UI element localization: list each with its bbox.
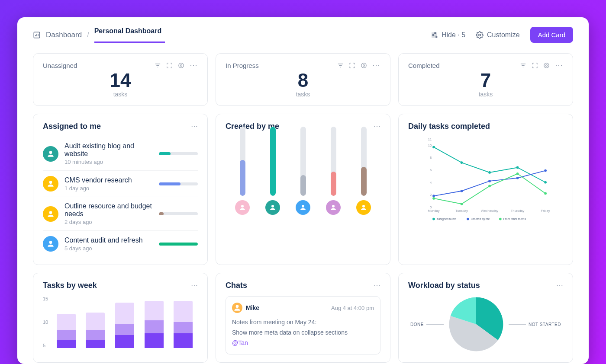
svg-point-42: [432, 197, 435, 200]
stat-value: 8: [226, 71, 380, 90]
progress-bar: [159, 243, 198, 246]
svg-text:11: 11: [428, 137, 432, 141]
hide-button[interactable]: Hide · 5: [430, 31, 465, 39]
task-title: Content audit and refresh: [64, 236, 153, 244]
svg-point-37: [432, 195, 435, 197]
task-row[interactable]: CMS vendor research 1 day ago: [43, 171, 198, 197]
svg-point-10: [544, 63, 549, 67]
gear-icon[interactable]: [178, 62, 184, 69]
svg-text:Wednesday: Wednesday: [481, 209, 498, 213]
stacked-bar: [86, 313, 105, 348]
expand-icon[interactable]: [532, 62, 538, 69]
svg-point-18: [332, 205, 335, 208]
header: Dashboard / Personal Dashboard Hide · 5 …: [17, 17, 589, 43]
avatar[interactable]: [356, 200, 371, 215]
chat-message[interactable]: Mike Aug 4 at 4:00 pm Notes from meeting…: [226, 296, 380, 354]
chat-mention[interactable]: @Tan: [232, 338, 374, 348]
bars-chart: [226, 137, 380, 215]
avatar[interactable]: [296, 200, 310, 215]
stat-unit: tasks: [226, 91, 380, 98]
stat-card-inprogress: In Progress ⋯ 8 tasks: [216, 53, 390, 106]
more-icon[interactable]: ⋯: [191, 122, 198, 131]
svg-point-3: [436, 36, 437, 38]
svg-point-16: [271, 205, 274, 208]
breadcrumb-root[interactable]: Dashboard: [46, 31, 82, 39]
progress-bar: [159, 182, 198, 185]
expand-icon[interactable]: [349, 62, 355, 69]
task-title: CMS vendor research: [64, 176, 153, 184]
svg-text:Friday: Friday: [541, 209, 550, 213]
svg-text:Created by me: Created by me: [471, 217, 490, 221]
svg-point-9: [546, 64, 548, 66]
task-row[interactable]: Outline resource and budget needs 2 days…: [43, 197, 198, 231]
task-row[interactable]: Audit existing blog and website 10 minut…: [43, 137, 198, 171]
more-icon[interactable]: ⋯: [556, 281, 563, 290]
svg-text:4: 4: [430, 181, 432, 185]
progress-bar: [159, 212, 198, 215]
filter-icon[interactable]: [337, 62, 344, 69]
stacked-bar: [174, 301, 193, 348]
stat-unit: tasks: [408, 91, 563, 98]
task-time: 2 days ago: [64, 219, 153, 225]
svg-point-40: [516, 177, 519, 179]
avatar[interactable]: [235, 200, 250, 215]
pie-chart: [448, 296, 504, 352]
svg-text:8: 8: [430, 156, 432, 160]
svg-point-49: [467, 218, 469, 220]
svg-point-32: [432, 146, 435, 148]
svg-point-14: [49, 241, 52, 244]
stacked-bar: [145, 301, 164, 348]
more-icon[interactable]: ⋯: [191, 281, 198, 290]
customize-button[interactable]: Customize: [476, 31, 520, 39]
svg-point-45: [516, 172, 519, 175]
header-actions: Hide · 5 Customize Add Card: [430, 27, 573, 43]
svg-point-11: [49, 151, 52, 154]
created-card: Created by me ⋯: [216, 114, 390, 265]
more-icon[interactable]: ⋯: [190, 61, 198, 69]
svg-point-19: [362, 205, 365, 208]
svg-text:2: 2: [430, 193, 432, 197]
card-title: In Progress: [226, 62, 259, 69]
dashboard-icon: [33, 31, 41, 39]
filter-icon[interactable]: [520, 62, 526, 69]
svg-point-38: [461, 190, 463, 192]
svg-text:10: 10: [428, 144, 432, 147]
workload-card: Workload by status ⋯ DONE NOT STARTED: [398, 273, 573, 363]
gear-icon[interactable]: [361, 62, 367, 69]
add-card-button[interactable]: Add Card: [530, 27, 573, 43]
stat-value: 14: [43, 71, 198, 90]
card-title: Unassigned: [43, 62, 77, 69]
pie-label-done: DONE: [410, 322, 424, 327]
expand-icon[interactable]: [166, 62, 173, 69]
svg-point-17: [302, 205, 304, 208]
gear-icon: [476, 31, 484, 39]
gear-icon[interactable]: [543, 62, 550, 69]
bar-column: [265, 127, 280, 215]
bar-column: [296, 127, 310, 215]
task-row[interactable]: Content audit and refresh 5 days ago: [43, 231, 198, 257]
stats-row: Unassigned ⋯ 14 tasks In Progress ⋯: [17, 43, 589, 106]
more-icon[interactable]: ⋯: [555, 61, 563, 69]
svg-point-7: [363, 64, 365, 66]
breadcrumb-current[interactable]: Personal Dashboard: [94, 27, 162, 43]
daily-card: Daily tasks completed 024681011MondayTue…: [398, 114, 573, 265]
chat-line: Show more meta data on collapse sections: [232, 328, 374, 338]
chats-card: Chats ⋯ Mike Aug 4 at 4:00 pm Notes from…: [216, 273, 390, 363]
bar-column: [235, 127, 250, 215]
more-icon[interactable]: ⋯: [374, 281, 380, 290]
progress-bar: [159, 152, 198, 155]
more-icon[interactable]: ⋯: [372, 61, 380, 69]
svg-point-47: [432, 218, 435, 220]
task-list: Audit existing blog and website 10 minut…: [43, 137, 198, 257]
svg-point-44: [488, 185, 491, 187]
filter-icon[interactable]: [155, 62, 161, 69]
svg-point-33: [461, 161, 463, 164]
avatar[interactable]: [265, 200, 280, 215]
bar-column: [356, 127, 371, 215]
pie-leader-line: [509, 324, 526, 325]
task-time: 1 day ago: [64, 185, 153, 192]
more-icon[interactable]: ⋯: [374, 122, 380, 131]
avatar[interactable]: [326, 200, 341, 215]
card-title: Tasks by week: [43, 281, 97, 290]
breadcrumb-sep: /: [87, 31, 89, 39]
